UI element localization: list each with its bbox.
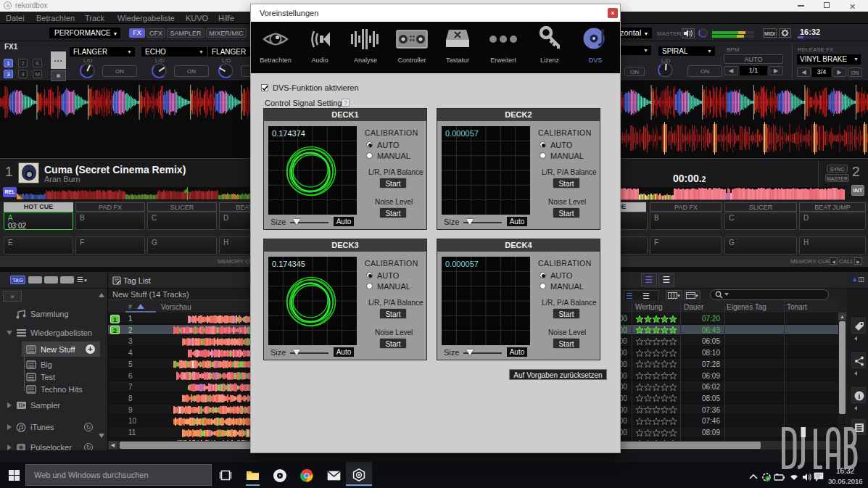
svg-text:0.174345: 0.174345 xyxy=(272,260,305,268)
svg-text:0.000057: 0.000057 xyxy=(445,129,479,138)
svg-text:A: A xyxy=(184,188,189,194)
svg-text:0.000057: 0.000057 xyxy=(445,260,479,268)
svg-text:0.174374: 0.174374 xyxy=(272,129,305,138)
svg-text:i: i xyxy=(859,392,861,400)
